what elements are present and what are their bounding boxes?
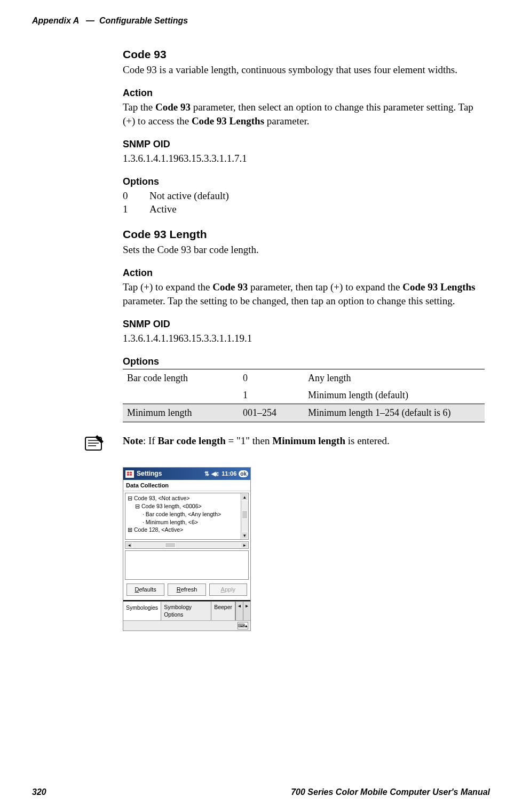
tree-item[interactable]: · Minimum length, <6>	[128, 518, 239, 526]
tree-item[interactable]: ⊞ Code 128, <Active>	[128, 526, 239, 534]
horizontal-scrollbar[interactable]: ◂ ▸	[125, 541, 249, 549]
tab-beeper[interactable]: Beeper	[211, 602, 235, 620]
table-row: Minimum length 001–254 Minimum length 1–…	[123, 404, 485, 422]
heading-snmp1: SNMP OID	[123, 138, 485, 151]
app-title: Data Collection	[123, 480, 250, 492]
clock[interactable]: 11:06	[222, 470, 236, 478]
tab-symbologies[interactable]: Symbologies	[123, 602, 161, 620]
scroll-thumb[interactable]	[165, 542, 176, 548]
manual-title: 700 Series Color Mobile Computer User's …	[291, 787, 490, 797]
tree-item[interactable]: ⊟ Code 93, <Not active>	[128, 494, 239, 502]
heading-action1: Action	[123, 86, 485, 99]
ok-button[interactable]: ok	[239, 470, 248, 478]
start-flag-icon[interactable]	[125, 470, 134, 478]
window-titlebar: Settings ⇅ ◀ϵ 11:06 ok	[123, 468, 250, 479]
em-dash: —	[86, 16, 94, 25]
tree-item[interactable]: ⊟ Code 93 length, <0006>	[128, 502, 239, 510]
device-screenshot: Settings ⇅ ◀ϵ 11:06 ok Data Collection ⊟…	[123, 467, 251, 630]
sip-row: ⌨▴	[123, 620, 250, 630]
note-block: Note: If Bar code length = "1" then Mini…	[80, 434, 485, 458]
button-row: Defaults Refresh Apply	[123, 581, 250, 601]
scroll-up-button[interactable]: ▴	[241, 493, 248, 501]
page-header: Appendix A — Configurable Settings	[32, 16, 490, 26]
defaults-button[interactable]: Defaults	[126, 584, 164, 596]
tab-scroll-left[interactable]: ◂	[235, 602, 243, 620]
heading-snmp2: SNMP OID	[123, 318, 485, 330]
tab-scroll-right[interactable]: ▸	[243, 602, 250, 620]
heading-code93-length: Code 93 Length	[123, 227, 485, 242]
tree-view[interactable]: ⊟ Code 93, <Not active> ⊟ Code 93 length…	[125, 493, 249, 540]
detail-pane	[125, 550, 249, 580]
snmp-oid-1: 1.3.6.1.4.1.1963.15.3.3.1.1.7.1	[123, 152, 485, 165]
tab-bar: Symbologies Symbology Options Beeper ◂ ▸	[123, 601, 250, 620]
tree-content[interactable]: ⊟ Code 93, <Not active> ⊟ Code 93 length…	[125, 493, 241, 539]
tab-symbology-options[interactable]: Symbology Options	[161, 602, 211, 620]
option-row: 0 Not active (default)	[123, 189, 485, 203]
note-text: Note: If Bar code length = "1" then Mini…	[123, 434, 390, 448]
para-action2: Tap (+) to expand the Code 93 parameter,…	[123, 280, 485, 308]
window-title: Settings	[137, 469, 162, 478]
heading-options1: Options	[123, 175, 485, 188]
appendix-label: Appendix A	[32, 16, 79, 25]
keyboard-icon[interactable]: ⌨▴	[238, 622, 248, 629]
scroll-down-button[interactable]: ▾	[241, 532, 248, 539]
para-action1: Tap the Code 93 parameter, then select a…	[123, 100, 485, 128]
system-tray: ⇅ ◀ϵ 11:06 ok	[204, 470, 248, 478]
para-code93: Code 93 is a variable length, continuous…	[123, 63, 485, 77]
options-table: Bar code length 0 Any length 1 Minimum l…	[123, 369, 485, 422]
scroll-left-button[interactable]: ◂	[125, 542, 133, 548]
volume-icon[interactable]: ◀ϵ	[211, 470, 219, 478]
heading-code93: Code 93	[123, 47, 485, 62]
heading-options2: Options	[123, 355, 485, 368]
apply-button[interactable]: Apply	[209, 584, 247, 596]
header-title: Configurable Settings	[99, 16, 188, 25]
main-content: Code 93 Code 93 is a variable length, co…	[123, 47, 485, 631]
page-footer: 320 700 Series Color Mobile Computer Use…	[32, 787, 490, 797]
option-row: 1 Active	[123, 202, 485, 216]
table-row: Bar code length 0 Any length	[123, 369, 485, 387]
para-code93-length: Sets the Code 93 bar code length.	[123, 243, 485, 257]
heading-action2: Action	[123, 266, 485, 279]
vertical-scrollbar[interactable]: ▴ ▾	[241, 493, 248, 539]
scroll-right-button[interactable]: ▸	[241, 542, 248, 548]
scroll-thumb[interactable]	[242, 510, 248, 519]
tree-item[interactable]: · Bar code length, <Any length>	[128, 510, 239, 518]
note-icon	[80, 433, 107, 458]
page-number: 320	[32, 787, 46, 797]
snmp-oid-2: 1.3.6.1.4.1.1963.15.3.3.1.1.19.1	[123, 332, 485, 345]
connectivity-icon[interactable]: ⇅	[204, 470, 209, 478]
refresh-button[interactable]: Refresh	[168, 584, 205, 596]
